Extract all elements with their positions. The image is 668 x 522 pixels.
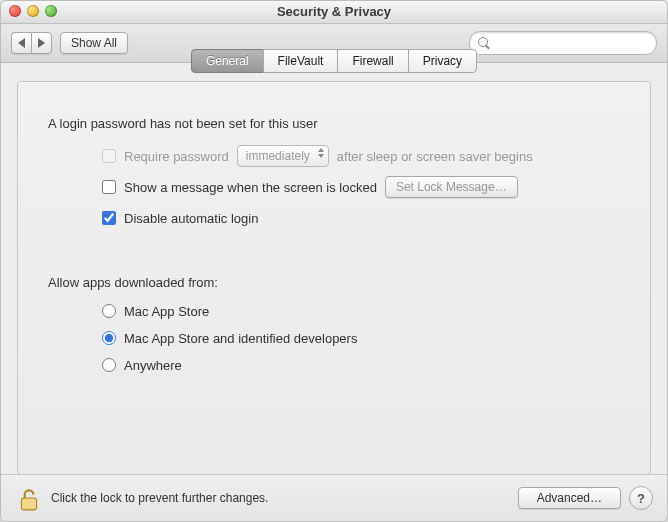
minimize-button[interactable]	[27, 5, 39, 17]
titlebar: Security & Privacy	[1, 1, 667, 24]
tab-panel-general: A login password has not been set for th…	[17, 81, 651, 475]
window: Security & Privacy Show All General File…	[0, 0, 668, 522]
disable-auto-login-label: Disable automatic login	[124, 211, 258, 226]
tab-firewall[interactable]: Firewall	[337, 49, 408, 73]
close-button[interactable]	[9, 5, 21, 17]
require-password-checkbox[interactable]	[102, 149, 116, 163]
allow-apps-heading: Allow apps downloaded from:	[48, 275, 620, 290]
lock-description: Click the lock to prevent further change…	[51, 491, 268, 505]
require-password-delay-select[interactable]: immediately	[237, 145, 329, 167]
require-password-suffix: after sleep or screen saver begins	[337, 149, 533, 164]
show-message-label: Show a message when the screen is locked	[124, 180, 377, 195]
search-icon	[478, 37, 489, 49]
chevron-left-icon	[18, 38, 25, 48]
tab-privacy[interactable]: Privacy	[408, 49, 477, 73]
lock-icon[interactable]	[15, 484, 43, 512]
chevron-right-icon	[38, 38, 45, 48]
require-password-label: Require password	[124, 149, 229, 164]
footer: Click the lock to prevent further change…	[1, 474, 667, 521]
zoom-button[interactable]	[45, 5, 57, 17]
allow-anywhere-radio[interactable]	[102, 358, 116, 372]
svg-rect-1	[23, 499, 36, 509]
show-message-checkbox[interactable]	[102, 180, 116, 194]
help-button[interactable]: ?	[629, 486, 653, 510]
disable-auto-login-checkbox[interactable]	[102, 211, 116, 225]
advanced-button[interactable]: Advanced…	[518, 487, 621, 509]
allow-identified-developers-radio[interactable]	[102, 331, 116, 345]
set-lock-message-button[interactable]: Set Lock Message…	[385, 176, 518, 198]
window-title: Security & Privacy	[277, 4, 391, 19]
login-password-heading: A login password has not been set for th…	[48, 116, 620, 131]
require-password-delay-value: immediately	[246, 149, 310, 163]
window-controls	[9, 5, 57, 17]
allow-mac-app-store-radio[interactable]	[102, 304, 116, 318]
content: General FileVault Firewall Privacy A log…	[1, 61, 667, 475]
tab-bar: General FileVault Firewall Privacy	[1, 49, 667, 73]
tab-general[interactable]: General	[191, 49, 264, 73]
allow-mac-app-store-label: Mac App Store	[124, 304, 209, 319]
allow-identified-developers-label: Mac App Store and identified developers	[124, 331, 357, 346]
allow-anywhere-label: Anywhere	[124, 358, 182, 373]
tab-filevault[interactable]: FileVault	[263, 49, 339, 73]
